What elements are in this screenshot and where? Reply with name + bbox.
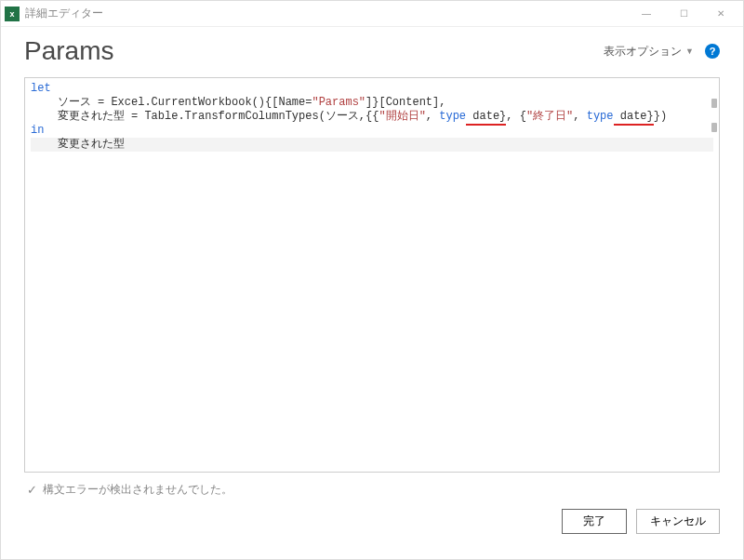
done-button[interactable]: 完了 xyxy=(562,509,627,534)
status-bar: ✓ 構文エラーが検出されませんでした。 xyxy=(1,473,743,503)
maximize-button[interactable]: ☐ xyxy=(665,5,702,23)
close-button[interactable]: ✕ xyxy=(702,5,739,23)
excel-icon: x xyxy=(5,7,20,21)
chevron-down-icon: ▼ xyxy=(685,47,694,56)
status-message: 構文エラーが検出されませんでした。 xyxy=(43,482,232,498)
footer: 完了 キャンセル xyxy=(1,503,743,534)
header: Params 表示オプション ▼ ? xyxy=(1,27,743,77)
window-title: 詳細エディター xyxy=(25,6,628,21)
code-editor[interactable]: let ソース = Excel.CurrentWorkbook(){[Name=… xyxy=(25,78,719,472)
titlebar: x 詳細エディター — ☐ ✕ xyxy=(1,1,743,27)
keyword-let: let xyxy=(31,82,51,95)
code-line-4: 変更された型 xyxy=(31,138,713,152)
display-options-dropdown[interactable]: 表示オプション ▼ xyxy=(604,44,694,60)
scrollbar-thumb[interactable] xyxy=(711,99,717,108)
scrollbar-thumb[interactable] xyxy=(711,123,717,132)
code-line-1: ソース = Excel.CurrentWorkbook(){[Name="Par… xyxy=(31,96,445,109)
minimize-button[interactable]: — xyxy=(628,5,665,23)
code-line-2: 変更された型 = Table.TransformColumnTypes(ソース,… xyxy=(31,110,667,126)
display-options-label: 表示オプション xyxy=(604,44,682,60)
window-controls: — ☐ ✕ xyxy=(628,5,739,23)
code-editor-container: let ソース = Excel.CurrentWorkbook(){[Name=… xyxy=(24,77,720,473)
check-icon: ✓ xyxy=(27,483,37,497)
page-title: Params xyxy=(24,36,604,66)
help-icon[interactable]: ? xyxy=(705,44,720,59)
keyword-in: in xyxy=(31,124,44,137)
cancel-button[interactable]: キャンセル xyxy=(636,509,720,534)
